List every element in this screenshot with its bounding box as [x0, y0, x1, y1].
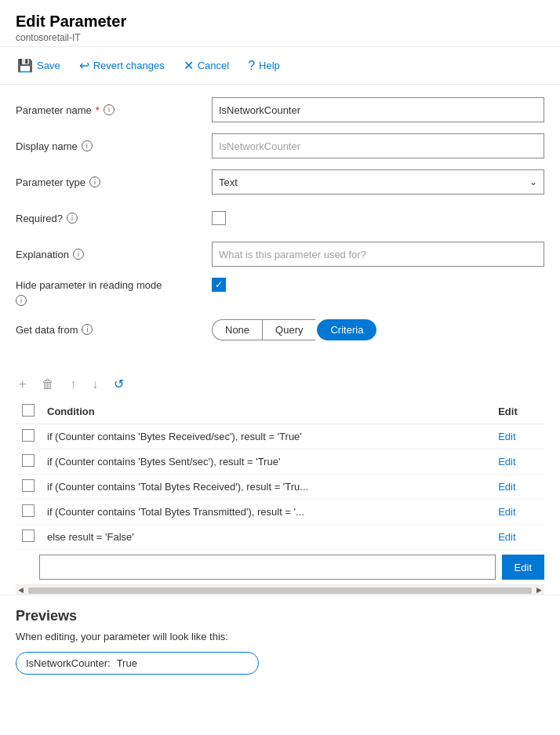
- get-data-label: Get data from i: [16, 324, 212, 336]
- required-control: [212, 211, 544, 225]
- help-button[interactable]: ? Help: [246, 56, 282, 76]
- explanation-label: Explanation i: [16, 249, 212, 260]
- previews-description: When editing, your parameter will look l…: [16, 631, 544, 642]
- edit-cell: Edit: [492, 449, 544, 475]
- preview-field-input[interactable]: [117, 657, 249, 669]
- edit-link-0[interactable]: Edit: [498, 431, 515, 442]
- explanation-info-icon[interactable]: i: [73, 249, 84, 260]
- get-data-info-icon[interactable]: i: [82, 324, 93, 335]
- row-checkbox-2[interactable]: [22, 479, 35, 492]
- scroll-right-arrow[interactable]: ▶: [534, 586, 544, 594]
- revert-button[interactable]: ↩ Revert changes: [78, 55, 166, 76]
- table-row: if (Counter contains 'Bytes Sent/sec'), …: [16, 449, 544, 475]
- select-all-checkbox[interactable]: [22, 404, 35, 417]
- revert-icon: ↩: [79, 58, 89, 73]
- cancel-icon: ✕: [184, 58, 194, 73]
- scroll-left-arrow[interactable]: ◀: [16, 586, 26, 594]
- row-checkbox-1[interactable]: [22, 454, 35, 467]
- parameter-name-row: Parameter name * i: [16, 97, 544, 122]
- edit-column-header: Edit: [492, 399, 544, 424]
- edit-link-3[interactable]: Edit: [498, 506, 515, 518]
- row-checkbox-0[interactable]: [22, 429, 35, 442]
- cancel-button[interactable]: ✕ Cancel: [182, 55, 231, 76]
- get-data-none-button[interactable]: None: [212, 319, 262, 340]
- parameter-type-select[interactable]: Text ⌄: [212, 169, 544, 195]
- hide-param-label: Hide parameter in reading mode: [16, 279, 212, 291]
- edit-link-2[interactable]: Edit: [498, 481, 515, 493]
- get-data-query-button[interactable]: Query: [262, 319, 315, 340]
- help-icon: ?: [248, 59, 255, 73]
- header-checkbox-cell: [16, 399, 41, 424]
- edit-cell: Edit: [492, 475, 544, 500]
- criteria-table-body: if (Counter contains 'Bytes Received/sec…: [16, 424, 544, 550]
- display-name-input[interactable]: [212, 133, 544, 158]
- explanation-control: [212, 242, 544, 267]
- row-checkbox-cell: [16, 525, 41, 550]
- display-name-row: Display name i: [16, 133, 544, 158]
- get-data-control: None Query Criteria: [212, 319, 544, 340]
- required-label: Required? i: [16, 213, 212, 224]
- edit-link-4[interactable]: Edit: [498, 531, 515, 543]
- parameter-type-row: Parameter type i Text ⌄: [16, 169, 544, 195]
- preview-field-label: IsNetworkCounter:: [26, 657, 111, 669]
- edit-cell: Edit: [492, 424, 544, 449]
- row-checkbox-cell: [16, 500, 41, 525]
- move-down-button[interactable]: ↓: [89, 376, 101, 393]
- move-up-button[interactable]: ↑: [67, 376, 79, 393]
- condition-cell: if (Counter contains 'Total Bytes Receiv…: [41, 475, 492, 500]
- get-data-row: Get data from i None Query Criteria: [16, 317, 544, 342]
- hide-param-info-icon[interactable]: i: [16, 295, 27, 306]
- edit-cell: Edit: [492, 500, 544, 525]
- required-checkbox[interactable]: [212, 211, 226, 225]
- horizontal-scrollbar[interactable]: ◀ ▶: [16, 585, 544, 595]
- hide-param-control: [212, 278, 544, 292]
- parameter-name-label: Parameter name * i: [16, 104, 212, 116]
- save-icon: 💾: [17, 58, 33, 73]
- criteria-edit-button[interactable]: Edit: [502, 555, 544, 580]
- toolbar: 💾 Save ↩ Revert changes ✕ Cancel ? Help: [0, 47, 560, 85]
- required-row: Required? i: [16, 206, 544, 231]
- criteria-input-row: Edit: [16, 550, 544, 584]
- parameter-name-info-icon[interactable]: i: [104, 104, 115, 115]
- get-data-criteria-button[interactable]: Criteria: [317, 319, 376, 340]
- refresh-button[interactable]: ↺: [111, 375, 127, 393]
- add-condition-button[interactable]: +: [16, 376, 29, 393]
- parameter-name-control: [212, 97, 544, 122]
- condition-cell: if (Counter contains 'Bytes Received/sec…: [41, 424, 492, 449]
- display-name-info-icon[interactable]: i: [82, 140, 93, 151]
- row-checkbox-4[interactable]: [22, 529, 35, 542]
- save-button[interactable]: 💾 Save: [16, 55, 62, 76]
- condition-cell: else result = 'False': [41, 525, 492, 550]
- table-row: if (Counter contains 'Total Bytes Transm…: [16, 500, 544, 525]
- page-title: Edit Parameter: [16, 13, 544, 31]
- previews-section: Previews When editing, your parameter wi…: [0, 595, 560, 687]
- previews-title: Previews: [16, 608, 544, 624]
- condition-column-header: Condition: [41, 399, 492, 424]
- row-checkbox-cell: [16, 449, 41, 475]
- delete-condition-button[interactable]: 🗑: [38, 376, 57, 393]
- condition-cell: if (Counter contains 'Bytes Sent/sec'), …: [41, 449, 492, 475]
- criteria-table-header: Condition Edit: [16, 399, 544, 424]
- hide-param-info: i: [16, 295, 27, 306]
- table-row: else result = 'False' Edit: [16, 525, 544, 550]
- criteria-toolbar: + 🗑 ↑ ↓ ↺: [16, 369, 544, 399]
- hide-param-checkbox[interactable]: [212, 278, 226, 292]
- page-subtitle: contosoretail-IT: [16, 32, 544, 43]
- edit-link-1[interactable]: Edit: [498, 456, 515, 468]
- parameter-type-control: Text ⌄: [212, 169, 544, 195]
- page-header: Edit Parameter contosoretail-IT: [0, 0, 560, 47]
- explanation-input[interactable]: [212, 242, 544, 267]
- chevron-down-icon: ⌄: [529, 176, 537, 187]
- parameter-name-input[interactable]: [212, 97, 544, 122]
- form-body: Parameter name * i Display name i Parame…: [0, 85, 560, 366]
- parameter-type-info-icon[interactable]: i: [89, 176, 100, 187]
- criteria-table: Condition Edit if (Counter contains 'Byt…: [16, 399, 544, 550]
- required-asterisk: *: [96, 104, 100, 116]
- required-info-icon[interactable]: i: [67, 213, 78, 224]
- row-checkbox-3[interactable]: [22, 504, 35, 517]
- row-checkbox-cell: [16, 424, 41, 449]
- hide-param-row: Hide parameter in reading mode i: [16, 278, 544, 306]
- condition-cell: if (Counter contains 'Total Bytes Transm…: [41, 500, 492, 525]
- table-row: if (Counter contains 'Bytes Received/sec…: [16, 424, 544, 449]
- criteria-text-input[interactable]: [39, 555, 496, 580]
